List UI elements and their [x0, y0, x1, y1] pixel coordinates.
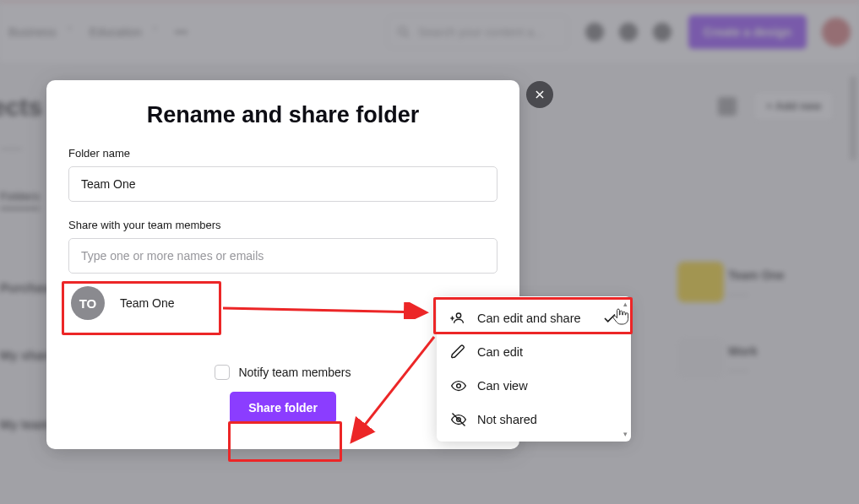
svg-point-7 [457, 384, 461, 388]
permission-option-edit-share[interactable]: Can edit and share [437, 301, 631, 335]
eye-icon [450, 377, 467, 394]
permission-option-view[interactable]: Can view [437, 369, 631, 403]
share-with-label: Share with your team members [68, 219, 497, 231]
team-chip[interactable]: TO Team One [68, 284, 497, 322]
check-icon [602, 311, 617, 326]
folder-name-label: Folder name [68, 147, 497, 160]
permission-dropdown[interactable]: ▴ Can edit and share Can edit Can view N… [437, 296, 631, 442]
permission-option-notshared[interactable]: Not shared [437, 403, 631, 436]
team-chip-name: Team One [120, 296, 175, 310]
permission-option-edit[interactable]: Can edit [437, 335, 631, 369]
add-user-icon [450, 310, 467, 327]
permission-option-label: Not shared [477, 413, 537, 426]
close-icon [534, 89, 546, 100]
share-with-input[interactable] [68, 238, 497, 274]
share-folder-button[interactable]: Share folder [230, 392, 336, 424]
notify-checkbox[interactable] [215, 365, 230, 380]
team-avatar-badge: TO [71, 286, 105, 320]
permission-option-label: Can edit [477, 345, 523, 359]
notify-label: Notify team members [238, 366, 351, 379]
modal-title: Rename and share folder [68, 102, 497, 128]
dropdown-scroll-down[interactable]: ▾ [623, 430, 628, 438]
permission-option-label: Can view [477, 379, 528, 393]
close-modal-button[interactable] [526, 81, 553, 108]
svg-point-4 [456, 313, 460, 317]
folder-name-input[interactable] [68, 166, 497, 202]
pencil-icon [450, 344, 467, 360]
eye-off-icon [450, 411, 467, 428]
permission-option-label: Can edit and share [477, 312, 581, 325]
